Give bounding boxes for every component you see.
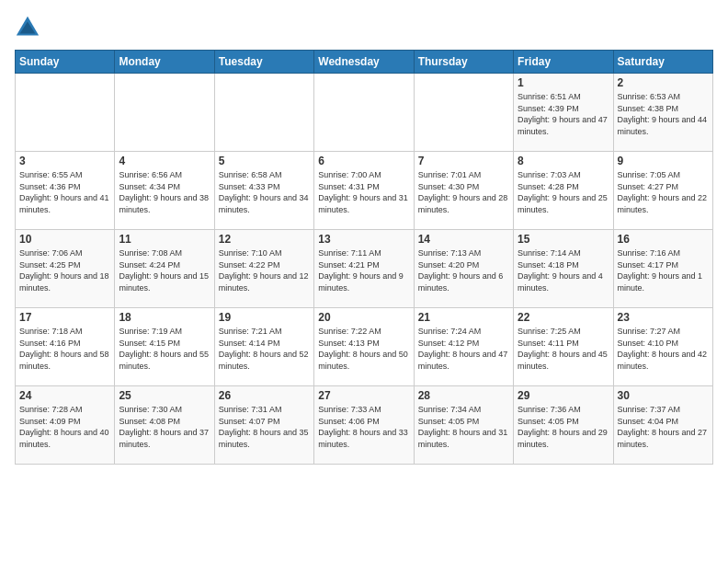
day-number: 1: [518, 76, 609, 89]
day-info: Sunrise: 7:21 AM Sunset: 4:14 PM Dayligh…: [219, 326, 310, 372]
day-info: Sunrise: 7:30 AM Sunset: 4:08 PM Dayligh…: [119, 404, 210, 450]
col-header-monday: Monday: [115, 51, 214, 74]
calendar-cell: [314, 74, 414, 152]
calendar-cell: 30Sunrise: 7:37 AM Sunset: 4:04 PM Dayli…: [613, 386, 712, 465]
day-number: 30: [618, 389, 709, 402]
calendar-cell: 26Sunrise: 7:31 AM Sunset: 4:07 PM Dayli…: [214, 386, 313, 465]
calendar-week-row: 24Sunrise: 7:28 AM Sunset: 4:09 PM Dayli…: [16, 386, 713, 465]
day-info: Sunrise: 7:33 AM Sunset: 4:06 PM Dayligh…: [318, 404, 409, 450]
calendar-cell: 28Sunrise: 7:34 AM Sunset: 4:05 PM Dayli…: [414, 386, 513, 465]
calendar-week-row: 3Sunrise: 6:55 AM Sunset: 4:36 PM Daylig…: [16, 152, 713, 230]
day-info: Sunrise: 7:01 AM Sunset: 4:30 PM Dayligh…: [418, 169, 509, 215]
calendar-cell: 8Sunrise: 7:03 AM Sunset: 4:28 PM Daylig…: [514, 152, 613, 230]
calendar-cell: 19Sunrise: 7:21 AM Sunset: 4:14 PM Dayli…: [214, 308, 313, 386]
calendar-week-row: 1Sunrise: 6:51 AM Sunset: 4:39 PM Daylig…: [16, 74, 713, 152]
day-info: Sunrise: 7:00 AM Sunset: 4:31 PM Dayligh…: [318, 169, 409, 215]
day-info: Sunrise: 6:58 AM Sunset: 4:33 PM Dayligh…: [219, 169, 310, 215]
calendar-cell: 7Sunrise: 7:01 AM Sunset: 4:30 PM Daylig…: [414, 152, 513, 230]
day-number: 24: [19, 389, 110, 402]
day-number: 23: [618, 311, 709, 324]
day-info: Sunrise: 7:27 AM Sunset: 4:10 PM Dayligh…: [618, 326, 709, 372]
calendar-cell: 5Sunrise: 6:58 AM Sunset: 4:33 PM Daylig…: [214, 152, 313, 230]
col-header-friday: Friday: [514, 51, 613, 74]
day-info: Sunrise: 6:56 AM Sunset: 4:34 PM Dayligh…: [119, 169, 210, 215]
day-number: 14: [418, 233, 509, 246]
calendar-cell: 21Sunrise: 7:24 AM Sunset: 4:12 PM Dayli…: [414, 308, 513, 386]
day-info: Sunrise: 7:06 AM Sunset: 4:25 PM Dayligh…: [19, 247, 110, 293]
day-info: Sunrise: 7:18 AM Sunset: 4:16 PM Dayligh…: [19, 326, 110, 372]
calendar-header-row: SundayMondayTuesdayWednesdayThursdayFrid…: [16, 51, 713, 74]
calendar-cell: 3Sunrise: 6:55 AM Sunset: 4:36 PM Daylig…: [16, 152, 115, 230]
calendar-cell: 11Sunrise: 7:08 AM Sunset: 4:24 PM Dayli…: [115, 230, 214, 308]
day-info: Sunrise: 7:11 AM Sunset: 4:21 PM Dayligh…: [318, 247, 409, 293]
calendar-cell: [414, 74, 513, 152]
calendar-cell: 14Sunrise: 7:13 AM Sunset: 4:20 PM Dayli…: [414, 230, 513, 308]
day-info: Sunrise: 7:13 AM Sunset: 4:20 PM Dayligh…: [418, 247, 509, 293]
day-info: Sunrise: 7:31 AM Sunset: 4:07 PM Dayligh…: [219, 404, 310, 450]
calendar-cell: 24Sunrise: 7:28 AM Sunset: 4:09 PM Dayli…: [16, 386, 115, 465]
day-number: 15: [518, 233, 609, 246]
calendar-cell: 25Sunrise: 7:30 AM Sunset: 4:08 PM Dayli…: [115, 386, 214, 465]
day-number: 25: [119, 389, 210, 402]
calendar-week-row: 10Sunrise: 7:06 AM Sunset: 4:25 PM Dayli…: [16, 230, 713, 308]
day-info: Sunrise: 7:28 AM Sunset: 4:09 PM Dayligh…: [19, 404, 110, 450]
calendar-cell: 29Sunrise: 7:36 AM Sunset: 4:05 PM Dayli…: [514, 386, 613, 465]
calendar-cell: 17Sunrise: 7:18 AM Sunset: 4:16 PM Dayli…: [16, 308, 115, 386]
day-number: 9: [618, 155, 709, 167]
day-number: 6: [318, 155, 409, 167]
logo: [15, 15, 44, 40]
day-info: Sunrise: 7:14 AM Sunset: 4:18 PM Dayligh…: [518, 247, 609, 293]
col-header-tuesday: Tuesday: [214, 51, 313, 74]
calendar-cell: 18Sunrise: 7:19 AM Sunset: 4:15 PM Dayli…: [115, 308, 214, 386]
day-number: 20: [318, 311, 409, 324]
day-number: 22: [518, 311, 609, 324]
calendar-cell: 12Sunrise: 7:10 AM Sunset: 4:22 PM Dayli…: [214, 230, 313, 308]
calendar-cell: 1Sunrise: 6:51 AM Sunset: 4:39 PM Daylig…: [514, 74, 613, 152]
day-number: 4: [119, 155, 210, 167]
day-number: 8: [518, 155, 609, 167]
col-header-wednesday: Wednesday: [314, 51, 414, 74]
calendar-cell: 10Sunrise: 7:06 AM Sunset: 4:25 PM Dayli…: [16, 230, 115, 308]
day-number: 28: [418, 389, 509, 402]
calendar-cell: 2Sunrise: 6:53 AM Sunset: 4:38 PM Daylig…: [613, 74, 712, 152]
calendar-table: SundayMondayTuesdayWednesdayThursdayFrid…: [15, 50, 713, 465]
day-info: Sunrise: 6:53 AM Sunset: 4:38 PM Dayligh…: [618, 91, 709, 137]
calendar-cell: 22Sunrise: 7:25 AM Sunset: 4:11 PM Dayli…: [514, 308, 613, 386]
calendar-cell: 20Sunrise: 7:22 AM Sunset: 4:13 PM Dayli…: [314, 308, 414, 386]
col-header-thursday: Thursday: [414, 51, 513, 74]
logo-icon: [15, 15, 40, 40]
header: [15, 15, 713, 40]
day-number: 7: [418, 155, 509, 167]
col-header-saturday: Saturday: [613, 51, 712, 74]
day-info: Sunrise: 7:34 AM Sunset: 4:05 PM Dayligh…: [418, 404, 509, 450]
calendar-cell: 9Sunrise: 7:05 AM Sunset: 4:27 PM Daylig…: [613, 152, 712, 230]
day-number: 18: [119, 311, 210, 324]
day-info: Sunrise: 7:03 AM Sunset: 4:28 PM Dayligh…: [518, 169, 609, 215]
col-header-sunday: Sunday: [16, 51, 115, 74]
day-info: Sunrise: 7:24 AM Sunset: 4:12 PM Dayligh…: [418, 326, 509, 372]
day-number: 12: [219, 233, 310, 246]
calendar-cell: [16, 74, 115, 152]
day-number: 21: [418, 311, 509, 324]
calendar-cell: 15Sunrise: 7:14 AM Sunset: 4:18 PM Dayli…: [514, 230, 613, 308]
calendar-week-row: 17Sunrise: 7:18 AM Sunset: 4:16 PM Dayli…: [16, 308, 713, 386]
day-number: 16: [618, 233, 709, 246]
calendar-cell: 16Sunrise: 7:16 AM Sunset: 4:17 PM Dayli…: [613, 230, 712, 308]
day-info: Sunrise: 7:08 AM Sunset: 4:24 PM Dayligh…: [119, 247, 210, 293]
day-number: 17: [19, 311, 110, 324]
calendar-cell: 27Sunrise: 7:33 AM Sunset: 4:06 PM Dayli…: [314, 386, 414, 465]
day-info: Sunrise: 7:25 AM Sunset: 4:11 PM Dayligh…: [518, 326, 609, 372]
day-info: Sunrise: 7:19 AM Sunset: 4:15 PM Dayligh…: [119, 326, 210, 372]
calendar-cell: 4Sunrise: 6:56 AM Sunset: 4:34 PM Daylig…: [115, 152, 214, 230]
calendar-cell: 6Sunrise: 7:00 AM Sunset: 4:31 PM Daylig…: [314, 152, 414, 230]
day-info: Sunrise: 7:16 AM Sunset: 4:17 PM Dayligh…: [618, 247, 709, 293]
day-number: 19: [219, 311, 310, 324]
day-number: 3: [19, 155, 110, 167]
day-info: Sunrise: 7:36 AM Sunset: 4:05 PM Dayligh…: [518, 404, 609, 450]
day-info: Sunrise: 7:10 AM Sunset: 4:22 PM Dayligh…: [219, 247, 310, 293]
day-number: 26: [219, 389, 310, 402]
day-info: Sunrise: 6:55 AM Sunset: 4:36 PM Dayligh…: [19, 169, 110, 215]
calendar-cell: 23Sunrise: 7:27 AM Sunset: 4:10 PM Dayli…: [613, 308, 712, 386]
day-number: 27: [318, 389, 409, 402]
day-number: 5: [219, 155, 310, 167]
